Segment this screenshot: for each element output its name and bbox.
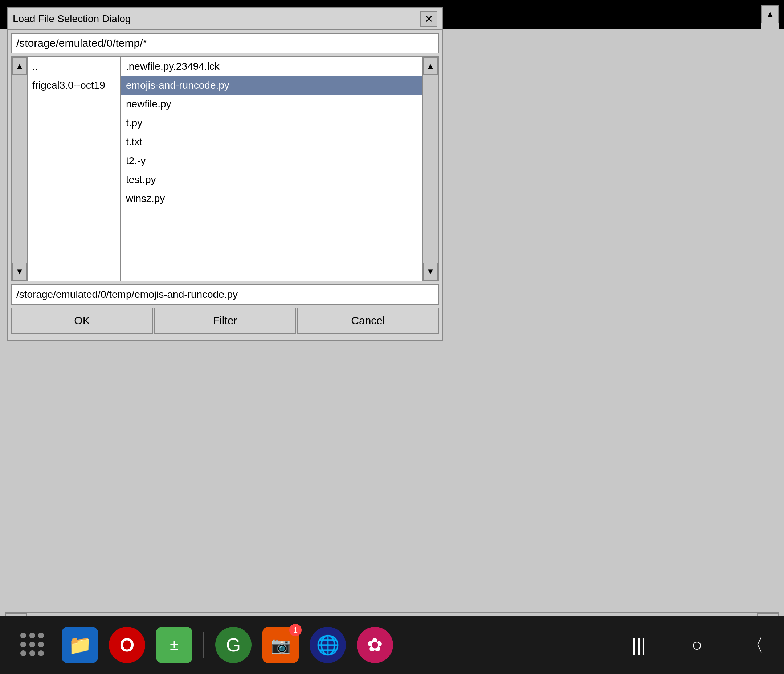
right-scroll-down[interactable]: ▼ [423, 262, 438, 281]
calculator-plus-icon[interactable]: ± [156, 627, 192, 663]
android-taskbar: 📁 O ± G 📷 1 🌐 ✿ ||| ○ [0, 616, 784, 674]
grid-dot [30, 633, 35, 638]
dialog-filter-button[interactable]: Filter [154, 307, 296, 334]
notification-badge: 1 [289, 624, 302, 636]
recent-apps-button[interactable]: ||| [624, 630, 653, 660]
graby-app-icon[interactable]: G [215, 627, 252, 663]
file-item-1[interactable]: emojis-and-runcode.py [121, 76, 422, 95]
dir-item-frigcal[interactable]: frigcal3.0--oct19 [28, 76, 120, 95]
scroll-up-arrow[interactable]: ▲ [762, 5, 779, 23]
opera-browser-icon[interactable]: O [109, 627, 145, 663]
dialog-close-button[interactable]: ✕ [420, 11, 437, 27]
file-item-2[interactable]: newfile.py [121, 95, 422, 114]
file-item-3[interactable]: t.py [121, 114, 422, 133]
app-grid-launcher[interactable] [14, 627, 51, 663]
taskbar-divider [203, 632, 204, 658]
editor-scrollbar-right[interactable]: ▲ ▼ [761, 5, 779, 634]
dialog-right-panel: .newfile.py.23494.lck emojis-and-runcode… [121, 57, 438, 281]
file-item-4[interactable]: t.txt [121, 133, 422, 151]
file-item-7[interactable]: winsz.py [121, 189, 422, 208]
grid-dot [30, 642, 35, 647]
cx-file-explorer-icon[interactable]: 📁 [62, 627, 98, 663]
dialog-ok-button[interactable]: OK [11, 307, 153, 334]
grid-dot [30, 651, 35, 656]
dialog-action-buttons: OK Filter Cancel [11, 307, 439, 337]
back-button[interactable]: 〈 [740, 630, 770, 660]
dir-item-parent[interactable]: .. [28, 57, 120, 76]
dialog-left-content: .. frigcal3.0--oct19 [28, 57, 120, 281]
right-scroll-up[interactable]: ▲ [423, 57, 438, 75]
dialog-left-panel: ▲ ▼ .. frigcal3.0--oct19 [12, 57, 121, 281]
grid-dot [38, 651, 44, 656]
grid-dot [20, 633, 26, 638]
taskbar-nav: ||| ○ 〈 [624, 630, 770, 660]
grid-dot [20, 642, 26, 647]
dialog-current-path: /storage/emulated/0/temp/* [11, 33, 439, 53]
dialog-title: Load File Selection Dialog [13, 13, 131, 25]
browser-app-icon[interactable]: 🌐 [310, 627, 346, 663]
dialog-right-content: .newfile.py.23494.lck emojis-and-runcode… [121, 57, 422, 281]
petal-app-icon[interactable]: ✿ [357, 627, 393, 663]
right-scrollbar[interactable]: ▲ ▼ [422, 57, 438, 281]
dialog-file-area: ▲ ▼ .. frigcal3.0--oct19 .newfile.py.234… [11, 56, 439, 281]
file-item-5[interactable]: t2.-y [121, 151, 422, 170]
file-item-6[interactable]: test.py [121, 170, 422, 189]
grid-dot [38, 633, 44, 638]
right-scroll-track [423, 75, 438, 262]
dialog-selected-path: /storage/emulated/0/temp/emojis-and-runc… [11, 284, 439, 305]
taskbar-apps: 📁 O ± G 📷 1 🌐 ✿ [14, 627, 393, 663]
left-scrollbar[interactable]: ▲ ▼ [12, 57, 28, 281]
left-scroll-up[interactable]: ▲ [12, 57, 27, 75]
left-scroll-track [12, 75, 27, 262]
left-scroll-down[interactable]: ▼ [12, 262, 27, 281]
dialog-titlebar: Load File Selection Dialog ✕ [8, 8, 442, 30]
photo-editor-icon[interactable]: 📷 1 [263, 627, 299, 663]
file-item-0[interactable]: .newfile.py.23494.lck [121, 57, 422, 76]
file-selection-dialog: Load File Selection Dialog ✕ /storage/em… [7, 7, 443, 341]
dialog-cancel-button[interactable]: Cancel [297, 307, 439, 334]
grid-dot [38, 642, 44, 647]
grid-dot [20, 651, 26, 656]
home-button[interactable]: ○ [682, 630, 711, 660]
